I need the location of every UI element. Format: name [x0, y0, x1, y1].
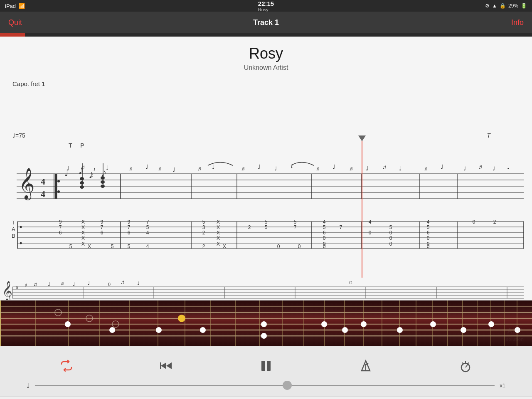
svg-text:0: 0: [298, 244, 301, 249]
svg-text:0: 0: [323, 241, 326, 247]
playhead-arrow: [358, 135, 366, 141]
svg-text:♩: ♩: [441, 164, 443, 170]
svg-text:5: 5: [146, 224, 149, 230]
svg-text:B: B: [12, 233, 15, 239]
svg-text:♩: ♩: [332, 164, 335, 170]
svg-text:4: 4: [41, 189, 45, 199]
svg-point-11: [57, 190, 60, 193]
svg-point-56: [101, 176, 105, 180]
svg-text:𝄞: 𝄞: [19, 168, 34, 200]
svg-text:0: 0: [389, 230, 392, 236]
fretboard[interactable]: APP solution: [0, 300, 532, 346]
svg-text:0: 0: [16, 285, 18, 290]
svg-text:5: 5: [389, 224, 392, 230]
mini-sheet: 𝄞 0 ♯ ♬ ♩ ♬ ♩ ♩ 0 ♬ ♩ G: [0, 278, 532, 300]
svg-text:6: 6: [323, 230, 326, 236]
svg-text:X: X: [81, 235, 85, 241]
pause-button[interactable]: [254, 353, 278, 378]
progress-bar[interactable]: [0, 33, 532, 37]
transport-buttons: [0, 353, 532, 378]
svg-text:0: 0: [389, 235, 392, 241]
svg-text:X: X: [81, 219, 85, 225]
svg-text:♬: ♬: [158, 165, 162, 172]
svg-point-10: [57, 180, 60, 182]
svg-text:♩: ♩: [493, 165, 495, 172]
svg-text:4: 4: [427, 219, 430, 225]
svg-text:0: 0: [427, 241, 430, 247]
svg-text:5: 5: [111, 244, 114, 249]
svg-text:♬: ♬: [424, 165, 428, 172]
svg-text:♩: ♩: [274, 165, 277, 172]
svg-text:X: X: [81, 224, 85, 230]
svg-point-203: [321, 321, 327, 327]
svg-text:♬: ♬: [478, 164, 483, 170]
svg-text:7: 7: [294, 224, 297, 230]
svg-text:0: 0: [473, 219, 475, 225]
svg-text:0: 0: [108, 281, 111, 287]
status-right: ⚙ ▲ 🔒 29% 🔋: [485, 3, 527, 9]
svg-point-75: [20, 226, 22, 228]
svg-text:♩: ♩: [507, 164, 510, 170]
svg-rect-213: [160, 362, 161, 369]
svg-text:♩: ♩: [64, 168, 68, 177]
svg-text:9: 9: [59, 219, 62, 225]
svg-text:♩: ♩: [212, 164, 215, 170]
tab-lines: T A B 9 7 6 5: [12, 219, 524, 249]
mini-sheet-svg: 𝄞 0 ♯ ♬ ♩ ♬ ♩ ♩ 0 ♬ ♩ G: [0, 278, 532, 300]
status-bar: iPad 📶 22:15 Rosy ⚙ ▲ 🔒 29% 🔋: [0, 0, 532, 12]
status-song: Rosy: [258, 7, 274, 12]
fretboard-svg: [0, 300, 532, 346]
svg-text:X: X: [81, 230, 85, 236]
svg-text:♩: ♩: [366, 165, 369, 172]
svg-point-51: [80, 181, 84, 185]
svg-text:4: 4: [323, 219, 326, 225]
svg-marker-211: [161, 362, 166, 369]
svg-text:𝄞: 𝄞: [2, 281, 12, 300]
info-button[interactable]: Info: [511, 18, 524, 27]
svg-text:♩: ♩: [172, 167, 175, 173]
metronome-icon: [359, 359, 372, 372]
location-icon: ▲: [492, 3, 497, 9]
metronome-button[interactable]: [353, 353, 378, 378]
song-artist: Unknown Artist: [0, 64, 532, 71]
svg-text:𝄽: 𝄽: [291, 165, 293, 169]
capo-info: Capo. fret 1: [12, 80, 45, 87]
svg-text:2: 2: [202, 230, 205, 236]
svg-point-55: [101, 180, 105, 184]
svg-marker-212: [166, 362, 172, 369]
loop-button[interactable]: [54, 353, 79, 378]
svg-point-76: [20, 242, 22, 244]
svg-text:7: 7: [101, 224, 103, 230]
svg-text:0: 0: [427, 235, 430, 241]
svg-text:♩: ♩: [48, 281, 50, 287]
tempo-note-icon: ♩: [27, 382, 30, 389]
svg-text:A: A: [12, 226, 15, 232]
sheet-svg: 𝄞 4 4 ♩ 𝅘𝅥𝅮 𝅘𝅥𝅮𝅘𝅥𝅮 𝅘𝅥𝅮 ♩ ♬ 𝄽 ♩ ♬ ♩ ♬ ♩: [0, 37, 532, 278]
svg-text:♬: ♬: [241, 165, 245, 172]
lock-icon: 🔒: [500, 3, 506, 9]
tuner-button[interactable]: [453, 353, 478, 378]
svg-text:𝅘𝅥𝅮𝅘𝅥𝅮: 𝅘𝅥𝅮𝅘𝅥𝅮: [89, 172, 93, 178]
svg-text:0: 0: [277, 244, 280, 249]
nav-title: Track 1: [253, 18, 279, 27]
rewind-button[interactable]: [154, 353, 179, 378]
svg-text:♩: ♩: [87, 280, 90, 286]
svg-text:♯: ♯: [25, 283, 27, 288]
quit-button[interactable]: Quit: [8, 18, 22, 27]
svg-text:4: 4: [146, 244, 149, 249]
svg-text:4: 4: [146, 230, 149, 236]
svg-text:X: X: [217, 224, 220, 230]
svg-text:7: 7: [59, 224, 62, 230]
transport-area: ♩ x1: [0, 346, 532, 396]
speed-slider[interactable]: [35, 385, 495, 386]
svg-text:♩: ♩: [73, 281, 75, 287]
svg-text:♬: ♬: [316, 165, 320, 172]
svg-text:♬: ♬: [382, 164, 387, 170]
status-left: iPad 📶: [5, 3, 25, 9]
svg-point-200: [200, 327, 206, 333]
svg-text:♬: ♬: [33, 281, 37, 287]
svg-text:5: 5: [294, 219, 297, 225]
battery-label: 29%: [508, 3, 518, 9]
svg-rect-214: [261, 361, 265, 371]
svg-rect-215: [267, 361, 271, 371]
